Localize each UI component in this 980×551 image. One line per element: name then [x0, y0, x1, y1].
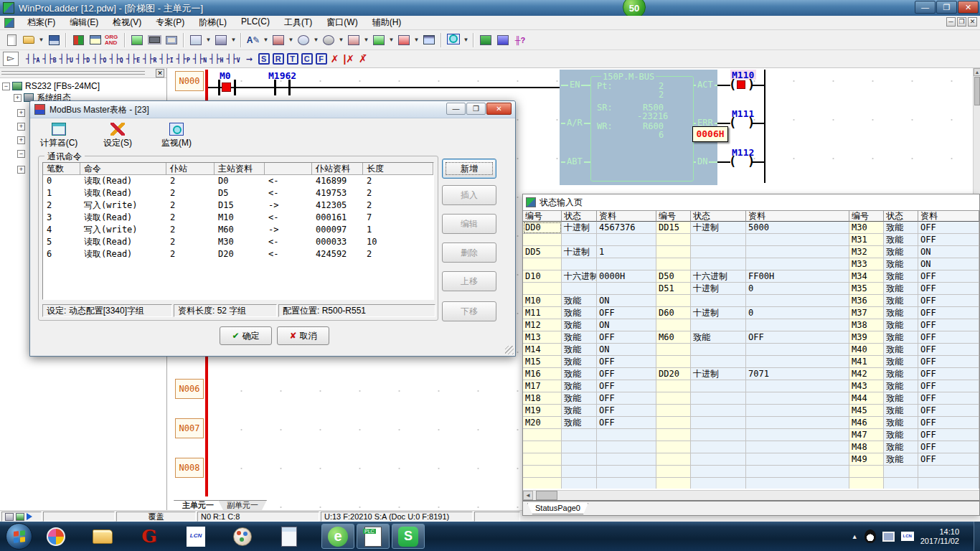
status-cell[interactable]: OFF [746, 331, 849, 344]
status-cell[interactable]: M42 [849, 368, 884, 380]
status-cell[interactable] [562, 258, 597, 270]
status-cell[interactable] [691, 429, 746, 441]
ladder-element-B-icon[interactable]: ┤├B [42, 54, 56, 64]
ladder-element-I-icon[interactable]: ┤├I [159, 54, 173, 64]
status-cell[interactable]: 十六进制 [691, 270, 746, 283]
table-cell[interactable]: 2 [166, 224, 215, 236]
table-cell[interactable]: 2 [363, 199, 433, 212]
status-cell[interactable] [884, 478, 918, 489]
network-label[interactable]: N008 [175, 458, 204, 478]
table-cell[interactable]: 2 [363, 187, 433, 199]
status-cell[interactable]: OFF [918, 441, 979, 453]
status-cell[interactable]: OFF [597, 405, 656, 417]
table-cell[interactable]: 2 [166, 187, 215, 199]
move-up-button[interactable]: 上移 [442, 271, 496, 291]
table-cell[interactable]: D0 [215, 175, 265, 187]
status-cell[interactable] [691, 344, 746, 356]
status-cell[interactable]: 4567376 [597, 222, 656, 234]
status-cell[interactable] [523, 478, 562, 489]
table-cell[interactable]: 5 [43, 236, 80, 248]
status-cell[interactable] [691, 392, 746, 405]
table-cell[interactable]: <- [265, 187, 312, 199]
table-cell[interactable]: D15 [215, 199, 265, 212]
status-cell[interactable]: 致能 [884, 283, 918, 295]
status-cell[interactable] [691, 246, 746, 258]
status-cell[interactable] [656, 405, 691, 417]
status-cell[interactable] [523, 258, 562, 270]
status-cell[interactable]: M32 [849, 246, 884, 258]
status-cell[interactable]: D60 [656, 307, 691, 319]
edit-button[interactable]: 编辑 [442, 214, 496, 234]
table-cell[interactable]: <- [265, 248, 312, 260]
calculator-button[interactable]: 计算器(C) [36, 123, 82, 153]
status-cell[interactable]: DD15 [656, 222, 691, 234]
table-cell[interactable]: 读取(Read) [80, 187, 166, 199]
status-cell[interactable]: 致能 [562, 356, 597, 368]
status-cell[interactable] [656, 417, 691, 429]
status-cell[interactable]: OFF [597, 331, 656, 344]
monitor-stop-icon[interactable] [321, 32, 336, 48]
status-cell[interactable] [656, 380, 691, 392]
status-help-icon[interactable] [478, 32, 494, 48]
table-cell[interactable]: M10 [215, 212, 265, 224]
status-cell[interactable]: M33 [849, 258, 884, 270]
status-cell[interactable] [523, 453, 562, 466]
status-cell[interactable]: M40 [849, 344, 884, 356]
status-cell[interactable]: M10 [523, 295, 562, 307]
status-cell[interactable]: 致能 [884, 295, 918, 307]
status-cell[interactable]: 致能 [562, 295, 597, 307]
ladder-element-D-icon[interactable]: ┤├D [76, 54, 90, 64]
menu-item[interactable]: 阶梯(L) [192, 15, 234, 30]
status-cell[interactable] [656, 258, 691, 270]
status-cell[interactable]: OFF [918, 417, 979, 429]
table-cell[interactable]: 4 [43, 224, 80, 236]
ladder-window-icon[interactable] [88, 32, 103, 48]
status-column-header[interactable]: 编号 [523, 210, 562, 222]
status-cell[interactable]: OFF [918, 392, 979, 405]
menu-item[interactable]: 窗口(W) [319, 15, 364, 30]
status-cell[interactable] [746, 392, 849, 405]
status-cell[interactable]: OFF [918, 368, 979, 380]
table-cell[interactable]: <- [265, 236, 312, 248]
status-cell[interactable] [691, 478, 746, 489]
status-cell[interactable]: 0000H [597, 270, 656, 283]
ladder-element-H-icon[interactable]: ┤├H [209, 54, 223, 64]
status-cell[interactable] [746, 234, 849, 246]
status-cell[interactable]: OFF [597, 307, 656, 319]
taskbar-g-app-icon[interactable]: G [135, 524, 164, 549]
zoom-window-icon[interactable] [446, 32, 461, 48]
status-cell[interactable]: 致能 [562, 331, 597, 344]
status-cell[interactable]: M30 [849, 222, 884, 234]
taskbar-winproladder-button[interactable] [357, 524, 390, 549]
coil-symbol[interactable]: ) [748, 116, 755, 130]
table-cell[interactable]: 2 [166, 236, 215, 248]
status-cell[interactable]: M60 [656, 331, 691, 344]
table-cell[interactable]: <- [265, 175, 312, 187]
ladder-element-A-icon[interactable]: ┤├A [26, 54, 39, 64]
table-cell[interactable]: 2 [166, 175, 215, 187]
zoom-window-dropdown-icon[interactable]: ▼ [462, 32, 470, 48]
status-cell[interactable]: M16 [523, 368, 562, 380]
status-cell[interactable]: M36 [849, 295, 884, 307]
status-cell[interactable] [656, 466, 691, 478]
status-cell[interactable]: 致能 [884, 331, 918, 344]
taskbar-calculator-icon[interactable] [275, 524, 303, 549]
boxed-S-icon[interactable]: S [258, 53, 270, 65]
status-cell[interactable]: M46 [849, 417, 884, 429]
status-cell[interactable]: M13 [523, 331, 562, 344]
tree-grip[interactable] [1, 71, 145, 75]
probe-m-icon[interactable] [396, 32, 412, 48]
move-down-button[interactable]: 下移 [442, 301, 496, 321]
status-cell[interactable]: D51 [656, 283, 691, 295]
modbus-command-table[interactable]: 笔数命令仆站主站资料仆站资料长度 0读取(Read)2D0<-41689921读… [42, 162, 434, 300]
status-cell[interactable]: ON [597, 295, 656, 307]
status-cell[interactable] [656, 453, 691, 466]
monitor-stop-dropdown-icon[interactable]: ▼ [337, 32, 345, 48]
status-cell[interactable]: M31 [849, 234, 884, 246]
contact-label[interactable]: M0 [220, 70, 231, 81]
table-cell[interactable]: 读取(Read) [80, 236, 166, 248]
save-icon[interactable] [46, 32, 62, 48]
status-list-icon[interactable] [371, 32, 387, 48]
status-cell[interactable] [562, 283, 597, 295]
table-cell[interactable]: -> [265, 199, 312, 212]
